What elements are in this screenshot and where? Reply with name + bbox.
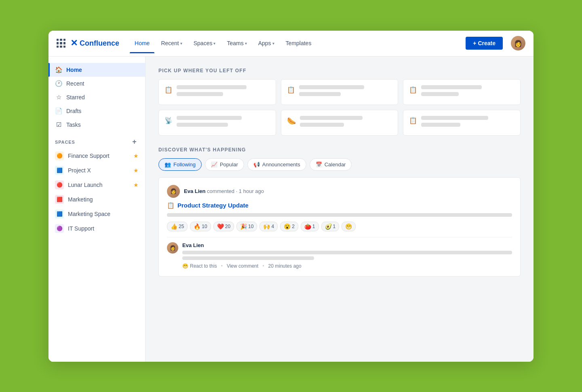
nav-spaces[interactable]: Spaces ▾ bbox=[189, 37, 221, 50]
content-line bbox=[167, 213, 512, 217]
recent-card-4[interactable]: 📡 bbox=[158, 110, 276, 136]
reaction-raised-hands[interactable]: 🙌 4 bbox=[259, 222, 278, 231]
sidebar-item-home[interactable]: 🏠 Home bbox=[48, 63, 145, 77]
reaction-tomato[interactable]: 🍅 1 bbox=[301, 222, 319, 231]
space-icon-marketing: 🟥 bbox=[55, 195, 64, 204]
discover-section-title: DISCOVER WHAT'S HAPPENING bbox=[158, 147, 521, 153]
sidebar-item-drafts[interactable]: 📄 Drafts bbox=[48, 104, 145, 118]
app-window: ✕ Confluence Home Recent ▾ Spaces ▾ Team… bbox=[48, 31, 534, 362]
pickup-section-title: PICK UP WHERE YOU LEFT OFF bbox=[158, 68, 521, 73]
nav-links: Home Recent ▾ Spaces ▾ Teams ▾ Apps ▾ Te… bbox=[130, 37, 459, 50]
doc-icon: 📋 bbox=[409, 117, 417, 124]
reaction-thumbsup[interactable]: 👍 25 bbox=[167, 222, 188, 231]
nav-recent[interactable]: Recent ▾ bbox=[156, 37, 187, 50]
nav-home[interactable]: Home bbox=[130, 37, 154, 50]
nav-templates[interactable]: Templates bbox=[281, 37, 316, 50]
smiley-emoji: 😁 bbox=[345, 223, 352, 230]
space-item-marketing[interactable]: 🟥 Marketing bbox=[48, 192, 145, 207]
star-outline-icon: ☆ bbox=[55, 94, 62, 101]
chevron-down-icon: ▾ bbox=[245, 41, 247, 46]
sidebar-item-tasks[interactable]: ☑ Tasks bbox=[48, 118, 145, 132]
recent-card-1[interactable]: 📋 bbox=[158, 79, 276, 105]
space-icon-projectx: 🟦 bbox=[55, 166, 64, 175]
card-line bbox=[421, 116, 488, 120]
reaction-heart[interactable]: ❤️ 20 bbox=[213, 222, 234, 231]
chevron-down-icon: ▾ bbox=[213, 41, 215, 46]
heart-emoji: ❤️ bbox=[217, 223, 224, 230]
space-icon-finance: 🟠 bbox=[55, 151, 64, 160]
card-line bbox=[299, 85, 364, 89]
comment-block: 👩 Eva Lien 😁 React to this • View commen… bbox=[167, 237, 512, 269]
card-content-1 bbox=[177, 85, 270, 99]
add-space-button[interactable]: + bbox=[131, 138, 139, 146]
comment-line-1 bbox=[182, 251, 512, 254]
doc-title[interactable]: Product Strategy Update bbox=[177, 202, 249, 209]
tab-following[interactable]: 👥 Following bbox=[158, 158, 202, 171]
checkbox-icon: ☑ bbox=[55, 121, 62, 128]
thumbsup-emoji: 👍 bbox=[171, 223, 177, 230]
space-icon-marketingspace: 🟦 bbox=[55, 210, 64, 218]
activity-meta: Eva Lien commented · 1 hour ago bbox=[184, 188, 264, 194]
logo[interactable]: ✕ Confluence bbox=[70, 38, 119, 48]
create-button[interactable]: + Create bbox=[466, 37, 503, 50]
nav-apps[interactable]: Apps ▾ bbox=[253, 37, 279, 50]
sidebar: 🏠 Home 🕐 Recent ☆ Starred 📄 Drafts ☑ Tas… bbox=[48, 57, 146, 362]
fire-emoji: 🔥 bbox=[194, 223, 200, 230]
react-to-this-button[interactable]: 😁 React to this bbox=[182, 263, 217, 269]
recent-card-2[interactable]: 📋 bbox=[281, 79, 399, 105]
doc-icon: 📋 bbox=[287, 86, 295, 94]
draft-icon: 📄 bbox=[55, 107, 62, 115]
recent-card-6[interactable]: 📋 bbox=[403, 110, 521, 136]
home-icon: 🏠 bbox=[55, 66, 62, 73]
space-item-marketingspace[interactable]: 🟦 Marketing Space bbox=[48, 207, 145, 221]
reaction-avocado[interactable]: 🥑 1 bbox=[321, 222, 340, 231]
recent-card-5[interactable]: 🌭 bbox=[281, 110, 399, 136]
user-avatar[interactable]: 👩 bbox=[511, 36, 525, 50]
card-content-2 bbox=[299, 85, 392, 99]
card-content-4 bbox=[177, 116, 270, 130]
reaction-party[interactable]: 🎉 10 bbox=[236, 222, 257, 231]
surprised-emoji: 😮 bbox=[284, 223, 291, 230]
view-comment-button[interactable]: View comment bbox=[227, 263, 258, 269]
sidebar-item-starred[interactable]: ☆ Starred bbox=[48, 90, 145, 104]
activity-user-avatar: 👩 bbox=[167, 185, 180, 198]
card-content-5 bbox=[300, 116, 392, 130]
space-item-finance[interactable]: 🟠 Finance Support ★ bbox=[48, 149, 145, 163]
chevron-down-icon: ▾ bbox=[272, 41, 274, 46]
apps-grid-icon[interactable] bbox=[57, 39, 65, 48]
reaction-fire[interactable]: 🔥 10 bbox=[190, 222, 211, 231]
popular-icon: 📈 bbox=[211, 161, 217, 168]
tab-popular[interactable]: 📈 Popular bbox=[205, 158, 244, 171]
card-line bbox=[299, 92, 341, 96]
space-item-itsupport[interactable]: 🟣 IT Support bbox=[48, 221, 145, 236]
commenter-avatar: 👩 bbox=[167, 242, 178, 254]
recent-card-3[interactable]: 📋 bbox=[403, 79, 521, 105]
comment-time: 20 minutes ago bbox=[268, 263, 302, 269]
space-item-lunar[interactable]: 🔴 Lunar Launch ★ bbox=[48, 178, 145, 192]
activity-content-lines bbox=[167, 213, 512, 217]
chevron-down-icon: ▾ bbox=[180, 41, 182, 46]
reaction-smiley[interactable]: 😁 bbox=[342, 222, 356, 231]
sidebar-item-recent[interactable]: 🕐 Recent bbox=[48, 77, 145, 90]
card-content-3 bbox=[421, 85, 515, 99]
activity-time: 1 hour ago bbox=[239, 188, 264, 194]
space-icon-lunar: 🔴 bbox=[55, 180, 64, 189]
activity-action: commented · bbox=[207, 188, 239, 194]
top-navigation: ✕ Confluence Home Recent ▾ Spaces ▾ Team… bbox=[48, 31, 534, 57]
reaction-surprised[interactable]: 😮 2 bbox=[280, 222, 298, 231]
star-icon-finance: ★ bbox=[133, 153, 139, 159]
card-line bbox=[177, 85, 247, 89]
tab-calendar[interactable]: 📅 Calendar bbox=[310, 158, 352, 171]
doc-title-row: 📋 Product Strategy Update bbox=[167, 202, 512, 209]
card-content-6 bbox=[421, 116, 515, 130]
nav-teams[interactable]: Teams ▾ bbox=[222, 37, 251, 50]
react-icon: 😁 bbox=[182, 263, 188, 269]
space-item-projectx[interactable]: 🟦 Project X ★ bbox=[48, 163, 145, 178]
activity-header: 👩 Eva Lien commented · 1 hour ago bbox=[167, 185, 512, 198]
recent-cards-grid: 📋 📋 📋 bbox=[158, 79, 521, 136]
tab-announcements[interactable]: 📢 Announcements bbox=[247, 158, 306, 171]
card-line bbox=[177, 92, 223, 96]
card-line bbox=[300, 123, 344, 127]
activity-card: 👩 Eva Lien commented · 1 hour ago 📋 Prod… bbox=[158, 177, 521, 277]
main-content: PICK UP WHERE YOU LEFT OFF 📋 📋 bbox=[146, 57, 534, 362]
